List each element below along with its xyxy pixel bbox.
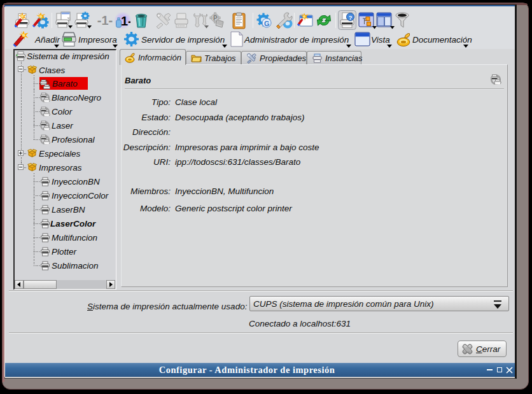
svg-text:?: ?: [349, 14, 353, 21]
svg-text:1-: 1-: [121, 14, 130, 28]
svg-text:G: G: [264, 20, 270, 27]
